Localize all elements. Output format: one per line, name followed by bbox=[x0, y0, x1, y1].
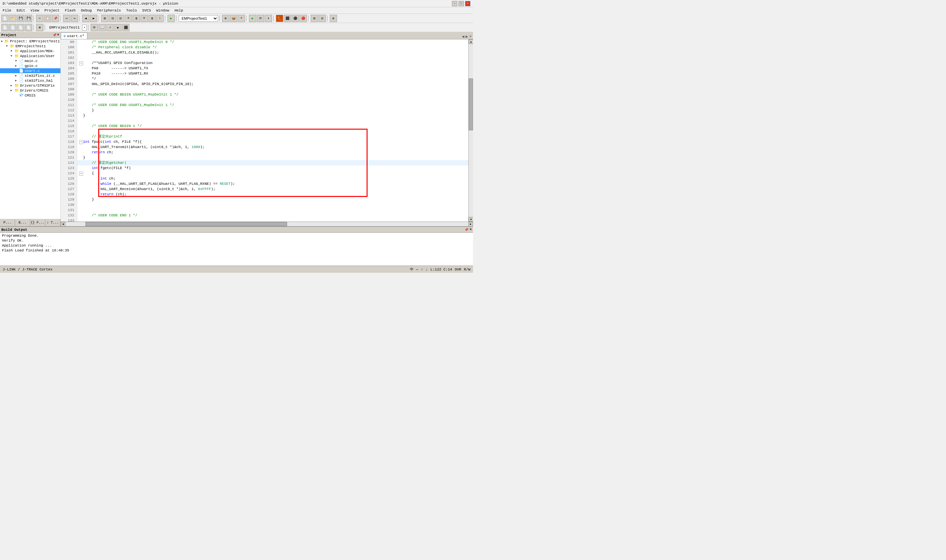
tb-btn4[interactable]: ≡ bbox=[125, 15, 132, 22]
code-line[interactable]: return (ch); bbox=[77, 192, 468, 197]
tb-manage-btn[interactable]: 📦 bbox=[230, 15, 237, 22]
code-scroll[interactable]: /* USER CODE END USART1_MspDeInit 0 */ /… bbox=[77, 39, 468, 222]
minimize-button[interactable]: − bbox=[452, 1, 457, 6]
vertical-scrollbar[interactable]: ▲ ▼ bbox=[468, 39, 473, 222]
menu-file[interactable]: File bbox=[0, 8, 14, 13]
build-button[interactable]: ▶ bbox=[249, 15, 256, 22]
fold-button[interactable]: − bbox=[79, 62, 83, 65]
tab-left-btn[interactable]: ◀ bbox=[462, 34, 464, 39]
scroll-right-button[interactable]: ▶ bbox=[468, 222, 473, 226]
tree-item[interactable]: ▶📁Project: EMProjectTest1 bbox=[0, 39, 60, 44]
code-line[interactable]: − { bbox=[77, 171, 468, 176]
tb-btn7[interactable]: ≣ bbox=[148, 15, 156, 22]
debug2-button[interactable]: ⚫ bbox=[292, 15, 299, 22]
code-line[interactable]: /* USER CODE END USART1_MspDeInit 0 */ bbox=[77, 39, 468, 45]
tree-item[interactable]: ▶📄stm32f1xx_it.c bbox=[0, 73, 60, 78]
tb2-btn5[interactable]: ⊛ bbox=[36, 24, 43, 31]
tb2-btn3[interactable]: 📄 bbox=[17, 24, 24, 31]
code-line[interactable]: /* USER CODE BEGIN USART1_MspDeInit 1 */ bbox=[77, 92, 468, 97]
tb2-flash[interactable]: ⚡ bbox=[106, 24, 114, 31]
rebuild-button[interactable]: ⟳ bbox=[257, 15, 264, 22]
code-line[interactable]: */ bbox=[77, 76, 468, 82]
tree-item[interactable]: ▶📄stm32f1xx_hal bbox=[0, 78, 60, 83]
code-line[interactable]: } bbox=[77, 197, 468, 202]
code-line[interactable]: } bbox=[77, 155, 468, 160]
tree-item[interactable]: ▼📄main.c bbox=[0, 58, 60, 63]
menu-flash[interactable]: Flash bbox=[62, 8, 78, 13]
project-dropdown[interactable]: ▾ bbox=[82, 25, 87, 31]
debug-stop-button[interactable]: ⬛ bbox=[284, 15, 291, 22]
tree-item[interactable]: ▶📁Drivers/CMSIS bbox=[0, 88, 60, 93]
menu-edit[interactable]: Edit bbox=[14, 8, 28, 13]
code-line[interactable]: /* Peripheral clock disable */ bbox=[77, 45, 468, 50]
code-line[interactable]: /* USER CODE END USART1_MspDeInit 1 */ bbox=[77, 102, 468, 108]
code-line[interactable]: // 重定向getchar| bbox=[77, 160, 468, 165]
paste-button[interactable]: 📌 bbox=[52, 15, 59, 22]
code-line[interactable]: PA9 ------> USART1_TX bbox=[77, 66, 468, 71]
panel-close-icon[interactable]: × bbox=[57, 33, 59, 37]
save-all-button[interactable]: 💾 bbox=[25, 15, 32, 22]
target-select[interactable]: EMProjectTest1 bbox=[179, 15, 218, 22]
tb2-run2[interactable]: ▶ bbox=[114, 24, 122, 31]
nav-forward-button[interactable]: ▶ bbox=[90, 15, 97, 22]
open-button[interactable]: 📂 bbox=[9, 15, 17, 22]
tb-extra2[interactable]: ⊟ bbox=[319, 15, 326, 22]
fold-button[interactable]: − bbox=[79, 140, 83, 144]
menu-peripherals[interactable]: Peripherals bbox=[94, 8, 123, 13]
build-close-icon[interactable]: × bbox=[470, 228, 472, 232]
tree-item[interactable]: ▼📁Application/User bbox=[0, 54, 60, 58]
code-line[interactable] bbox=[77, 55, 468, 60]
code-line[interactable]: int ch; bbox=[77, 176, 468, 181]
tb-extra1[interactable]: ⊞ bbox=[311, 15, 318, 22]
scroll-down-button[interactable]: ▼ bbox=[469, 217, 473, 222]
code-line[interactable] bbox=[77, 129, 468, 134]
fold-button[interactable]: − bbox=[79, 172, 83, 175]
code-line[interactable] bbox=[77, 97, 468, 102]
tab-close-btn[interactable]: × bbox=[469, 34, 472, 39]
tab-books[interactable]: B... bbox=[15, 219, 30, 226]
code-line[interactable]: HAL_UART_Receive(&huart1, (uint8_t *)&ch… bbox=[77, 186, 468, 192]
code-line[interactable]: −int fputc(int ch, FILE *f){ bbox=[77, 139, 468, 145]
tree-item[interactable]: 💎CMSIS bbox=[0, 93, 60, 98]
scroll-up-button[interactable]: ▲ bbox=[469, 39, 473, 44]
cut-button[interactable]: ✂ bbox=[36, 15, 43, 22]
tb2-btn4[interactable]: 📄 bbox=[25, 24, 32, 31]
menu-view[interactable]: View bbox=[28, 8, 42, 13]
redo-button[interactable]: ↪ bbox=[71, 15, 78, 22]
tb2-bookmark[interactable]: 📖 bbox=[99, 24, 106, 31]
close-button[interactable]: × bbox=[465, 1, 470, 6]
undo-button[interactable]: ↩ bbox=[63, 15, 70, 22]
code-line[interactable]: } bbox=[77, 113, 468, 118]
code-line[interactable]: int fgetc(FILE *f) bbox=[77, 165, 468, 171]
target-options-button[interactable]: ⚙ bbox=[222, 15, 229, 22]
panel-pin-icon[interactable]: 📌 bbox=[52, 33, 57, 37]
menu-debug[interactable]: Debug bbox=[78, 8, 94, 13]
tab-right-btn[interactable]: ▶ bbox=[466, 34, 468, 39]
tb-btn3[interactable]: ⊡ bbox=[117, 15, 124, 22]
tree-item[interactable]: ▼📁Application/MDK- bbox=[0, 49, 60, 54]
code-line[interactable] bbox=[77, 118, 468, 123]
scroll-left-button[interactable]: ◀ bbox=[61, 222, 65, 226]
download-button[interactable]: ⬇ bbox=[265, 15, 272, 22]
horizontal-scrollbar[interactable]: ◀ ▶ bbox=[61, 222, 473, 226]
tb-btn5[interactable]: ≣ bbox=[133, 15, 140, 22]
code-line[interactable]: /* USER CODE BEGIN 1 */ bbox=[77, 123, 468, 129]
code-line[interactable]: return ch; bbox=[77, 150, 468, 155]
tb2-stop[interactable]: ⬛ bbox=[122, 24, 129, 31]
code-line[interactable] bbox=[77, 87, 468, 92]
code-line[interactable] bbox=[77, 202, 468, 208]
code-line[interactable]: __HAL_RCC_USART1_CLK_DISABLE(); bbox=[77, 50, 468, 55]
tree-item[interactable]: ▶📄gpio.c bbox=[0, 63, 60, 68]
menu-tools[interactable]: Tools bbox=[123, 8, 140, 13]
tb-btn2[interactable]: ⊟ bbox=[109, 15, 116, 22]
tree-item[interactable]: ▼📁EMProjectTest1 bbox=[0, 44, 60, 49]
debug3-button[interactable]: 🔴 bbox=[300, 15, 307, 22]
code-line[interactable] bbox=[77, 208, 468, 213]
code-line[interactable]: // 重定向printf bbox=[77, 134, 468, 139]
menu-project[interactable]: Project bbox=[42, 8, 62, 13]
run-button[interactable]: ▶ bbox=[168, 15, 175, 22]
tb-btn6[interactable]: ≡ bbox=[140, 15, 148, 22]
tb2-btn2[interactable]: 📄 bbox=[9, 24, 17, 31]
code-line[interactable]: PA10 ------> USART1_RX bbox=[77, 71, 468, 76]
code-line[interactable] bbox=[77, 218, 468, 222]
